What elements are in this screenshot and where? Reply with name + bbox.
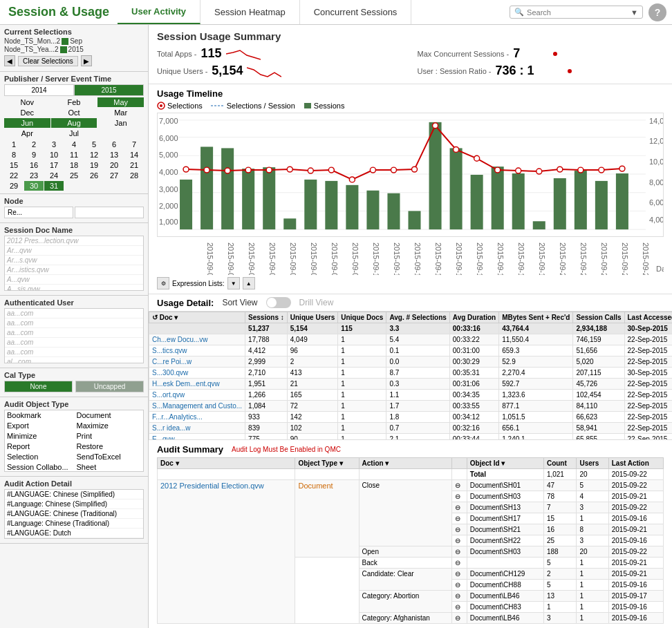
day-13[interactable]: 13 (104, 150, 124, 160)
session-doc-item-5[interactable]: A...sis.qvw (5, 285, 143, 291)
day-10[interactable]: 10 (44, 150, 64, 160)
chart-zoom-down[interactable]: ▼ (227, 277, 240, 289)
audit-action-1[interactable]: #Language: Chinese (Simplified) (5, 499, 143, 509)
col-last-accessed[interactable]: Last Accessed (624, 312, 672, 323)
detail-cell-9-0[interactable]: E...qvw (149, 434, 245, 441)
day-6[interactable]: 6 (104, 140, 124, 149)
col-avg-sel[interactable]: Avg. # Selections (386, 312, 449, 323)
audit-col-doc[interactable]: Doc ▾ (158, 458, 295, 469)
session-doc-item-3[interactable]: Ar...istics.qvw (5, 265, 143, 275)
chart-zoom-up[interactable]: ▲ (243, 277, 255, 289)
audit-session-collabo[interactable]: Session Collabo... (5, 462, 74, 472)
audit-expand-1[interactable]: ⊖ (452, 491, 467, 502)
audit-action-0[interactable]: #LANGUAGE: Chinese (Simplified) (5, 490, 143, 499)
month-apr[interactable]: Apr (4, 129, 50, 138)
day-25[interactable]: 25 (64, 171, 84, 180)
auth-user-item-5[interactable]: al...com (5, 357, 143, 363)
month-oct[interactable]: Oct (51, 108, 97, 117)
audit-expand-0[interactable]: ⊖ (452, 480, 467, 491)
audit-col-users[interactable]: Users (577, 458, 608, 469)
audit-col-count[interactable]: Count (543, 458, 577, 469)
col-avg-dur[interactable]: Avg Duration (449, 312, 498, 323)
chart-btn-1[interactable]: ⚙ (157, 277, 169, 289)
day-2[interactable]: 2 (24, 140, 44, 149)
day-23[interactable]: 23 (24, 171, 44, 180)
col-mbytes[interactable]: MBytes Sent + Rec'd (499, 312, 573, 323)
day-24[interactable]: 24 (44, 171, 64, 180)
detail-cell-0-0[interactable]: Ch...ew Docu...vw (149, 334, 245, 345)
col-sessions[interactable]: Sessions ↕ (245, 312, 288, 323)
prev-button[interactable]: ◀ (4, 55, 15, 66)
cal-type-none[interactable]: None (4, 381, 73, 392)
auth-user-item-4[interactable]: aa...com (5, 348, 143, 357)
audit-col-object-type[interactable]: Object Type ▾ (295, 458, 359, 469)
audit-expand-6[interactable]: ⊖ (452, 546, 467, 558)
tab-concurrent-sessions[interactable]: Concurrent Sessions (300, 0, 412, 24)
clear-selections-button[interactable]: Clear Selections (18, 56, 78, 66)
auth-user-item-1[interactable]: aa...com (5, 318, 143, 328)
day-30[interactable]: 30 (24, 181, 44, 191)
auth-user-item-2[interactable]: aa...com (5, 328, 143, 338)
day-20[interactable]: 20 (104, 160, 124, 170)
audit-expand-3[interactable]: ⊖ (452, 513, 467, 524)
month-jun[interactable]: Jun (4, 118, 50, 128)
session-doc-item-1[interactable]: Ar...qvw (5, 246, 143, 256)
day-18[interactable]: 18 (64, 160, 84, 170)
session-doc-item-4[interactable]: A...qvw (5, 275, 143, 285)
audit-col-object-id[interactable]: Object Id ▾ (467, 458, 543, 469)
month-aug[interactable]: Aug (51, 118, 97, 128)
audit-col-last-action[interactable]: Last Action (608, 458, 663, 469)
audit-expand-4[interactable]: ⊖ (452, 524, 467, 535)
search-dropdown-icon[interactable]: ▼ (631, 8, 638, 17)
audit-report[interactable]: Report (5, 441, 74, 451)
audit-sendtoexcel[interactable]: SendToExcel (75, 452, 144, 462)
audit-expand-5[interactable]: ⊖ (452, 535, 467, 546)
col-doc[interactable]: ↺ Doc ▾ (149, 312, 245, 323)
col-unique-docs[interactable]: Unique Docs (338, 312, 386, 323)
day-3[interactable]: 3 (44, 140, 64, 149)
audit-action-2[interactable]: #LANGUAGE: Chinese (Traditional) (5, 509, 143, 519)
audit-action-4[interactable]: #LANGUAGE: Dutch (5, 529, 143, 538)
detail-cell-3-0[interactable]: S...300.qvw (149, 368, 245, 379)
audit-document[interactable]: Document (75, 410, 144, 420)
month-mar[interactable]: Mar (97, 108, 144, 117)
day-11[interactable]: 11 (64, 150, 84, 160)
month-may[interactable]: May (97, 97, 144, 107)
day-28[interactable]: 28 (124, 171, 144, 180)
detail-cell-7-0[interactable]: F...r...Analytics... (149, 412, 245, 423)
next-button[interactable]: ▶ (81, 55, 92, 66)
audit-col-action[interactable]: Action ▾ (359, 458, 452, 469)
day-14[interactable]: 14 (124, 150, 144, 160)
audit-expand-12[interactable]: ⊖ (452, 613, 467, 624)
month-nov[interactable]: Nov (4, 97, 50, 107)
session-doc-item-0[interactable]: 2012 Pres...lection.qvw (5, 236, 143, 246)
audit-action-3[interactable]: #Language: Chinese (Traditional) (5, 519, 143, 529)
audit-export[interactable]: Export (5, 421, 74, 430)
year-2014[interactable]: 2014 (4, 84, 74, 96)
day-7[interactable]: 7 (124, 140, 144, 149)
day-31[interactable]: 31 (44, 181, 64, 191)
help-button[interactable]: ? (648, 3, 666, 21)
audit-expand-7[interactable]: ⊖ (452, 558, 467, 569)
detail-cell-5-0[interactable]: S...ort.qvw (149, 390, 245, 401)
detail-cell-2-0[interactable]: C...re Poi...w (149, 356, 245, 368)
col-session-calls[interactable]: Session Calls (573, 312, 624, 323)
day-27[interactable]: 27 (104, 171, 124, 180)
session-doc-item-2[interactable]: Ar...s.qvw (5, 256, 143, 265)
day-1[interactable]: 1 (4, 140, 24, 149)
day-22[interactable]: 22 (4, 171, 24, 180)
month-dec[interactable]: Dec (4, 108, 50, 117)
year-2015[interactable]: 2015 (74, 84, 144, 96)
audit-restore[interactable]: Restore (75, 441, 144, 451)
tab-user-activity[interactable]: User Activity (118, 0, 200, 24)
node-input-2[interactable] (75, 207, 144, 218)
audit-minimize[interactable]: Minimize (5, 431, 74, 441)
day-12[interactable]: 12 (84, 150, 104, 160)
node-input-1[interactable] (4, 207, 73, 218)
col-unique-users[interactable]: Unique Users (287, 312, 337, 323)
auth-user-item-0[interactable]: aa...com (5, 309, 143, 318)
audit-maximize[interactable]: Maximize (75, 421, 144, 430)
day-4[interactable]: 4 (64, 140, 84, 149)
auth-user-item-3[interactable]: aa...com (5, 338, 143, 348)
day-17[interactable]: 17 (44, 160, 64, 170)
